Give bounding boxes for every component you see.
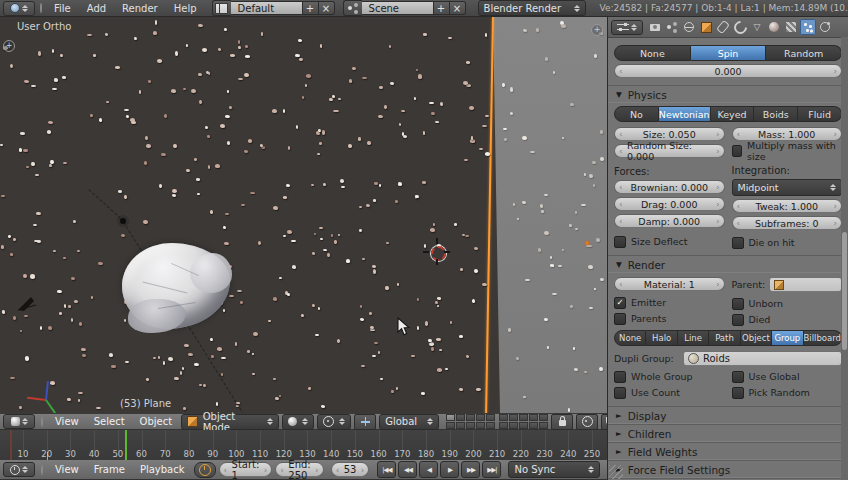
integrator-select[interactable]: Midpoint: [732, 179, 843, 196]
dupli-group-field[interactable]: Roids: [683, 351, 842, 366]
physics-newtonian-button[interactable]: Newtonian: [659, 106, 711, 122]
frame-end-field[interactable]: End: 250: [275, 462, 323, 477]
angular-velocity-slider[interactable]: 0.000: [614, 64, 842, 78]
tab-physics[interactable]: [817, 19, 833, 35]
tab-data[interactable]: ▽: [749, 19, 765, 35]
current-frame-field[interactable]: 53: [331, 462, 370, 477]
render-line-button[interactable]: Line: [678, 330, 709, 346]
layer-9[interactable]: [529, 414, 538, 421]
field-weights-panel-header[interactable]: ►Field Weights: [608, 442, 848, 460]
menu-tl-playback[interactable]: Playback: [134, 464, 191, 475]
damp-slider[interactable]: Damp: 0.000: [614, 214, 725, 228]
shading-select[interactable]: [282, 414, 314, 430]
render-path-button[interactable]: Path: [709, 330, 740, 346]
toolshelf-expand-button[interactable]: +: [3, 40, 15, 52]
editor-type-button[interactable]: [3, 1, 35, 16]
render-halo-button[interactable]: Halo: [646, 330, 677, 346]
sync-mode-select[interactable]: No Sync: [508, 461, 600, 478]
scene-add-button[interactable]: +: [434, 1, 450, 15]
drag-slider[interactable]: Drag: 0.000: [614, 197, 725, 211]
layer-20[interactable]: [539, 422, 548, 429]
viewport-canvas[interactable]: User Ortho (53) Plane + +: [0, 17, 607, 413]
display-panel-header[interactable]: ►Display: [608, 406, 848, 424]
proportional-edit-toggle[interactable]: [576, 414, 598, 430]
properties-editor-type-button[interactable]: [611, 20, 643, 35]
sidebar-expand-button[interactable]: +: [591, 24, 603, 36]
screen-layout-add-button[interactable]: +: [303, 1, 319, 15]
menu-view[interactable]: View: [49, 416, 85, 427]
render-none-button[interactable]: None: [614, 330, 646, 346]
lamp-dot[interactable]: [585, 241, 589, 245]
render-panel-header[interactable]: ▼ Render: [608, 255, 848, 273]
tab-particles[interactable]: [800, 19, 816, 35]
tab-object[interactable]: [698, 19, 714, 35]
jump-to-end-button[interactable]: ▶▶|: [482, 461, 501, 478]
tab-material[interactable]: [766, 19, 782, 35]
menu-tl-frame[interactable]: Frame: [88, 464, 131, 475]
layer-17[interactable]: [509, 422, 518, 429]
whole-group-checkbox[interactable]: [614, 371, 626, 383]
physics-panel-header[interactable]: ▼ Physics: [608, 85, 848, 103]
layer-14[interactable]: [476, 422, 485, 429]
parent-field[interactable]: [769, 277, 842, 292]
material-slider[interactable]: Material: 1: [614, 277, 725, 291]
layer-13[interactable]: [466, 422, 475, 429]
menu-object[interactable]: Object: [134, 416, 179, 427]
pick-random-checkbox[interactable]: [732, 387, 744, 399]
died-checkbox[interactable]: [732, 314, 744, 326]
screen-layout-field[interactable]: Default: [231, 1, 303, 15]
render-group-button[interactable]: Group: [772, 330, 803, 346]
layer-11[interactable]: [446, 422, 455, 429]
physics-fluid-button[interactable]: Fluid: [798, 106, 842, 122]
layer-2[interactable]: [456, 414, 465, 421]
menu-tl-view[interactable]: View: [49, 464, 85, 475]
random-size-slider[interactable]: Random Size: 0.000: [614, 144, 725, 158]
timeline-ruler[interactable]: 1020304050607080901001101201301401501601…: [0, 430, 607, 461]
layer-4[interactable]: [476, 414, 485, 421]
rotation-none-button[interactable]: None: [614, 45, 691, 61]
emitter-checkbox[interactable]: ✓: [614, 297, 626, 309]
scene-browse-button[interactable]: [343, 0, 362, 16]
render-billboard-button[interactable]: Billboard: [804, 330, 842, 346]
physics-boids-button[interactable]: Boids: [754, 106, 798, 122]
layer-19[interactable]: [529, 422, 538, 429]
die-on-hit-checkbox[interactable]: [732, 237, 744, 249]
physics-keyed-button[interactable]: Keyed: [711, 106, 755, 122]
scene-field[interactable]: Scene: [362, 1, 434, 15]
viewport-editor-type-button[interactable]: [3, 414, 35, 429]
previous-keyframe-button[interactable]: ◀◀: [398, 461, 417, 478]
tab-constraints[interactable]: [715, 19, 731, 35]
menu-add[interactable]: Add: [80, 3, 113, 14]
menu-select[interactable]: Select: [88, 416, 131, 427]
multiply-mass-checkbox[interactable]: [732, 145, 743, 157]
header-collapse-button[interactable]: [40, 3, 42, 13]
layer-15[interactable]: [486, 422, 495, 429]
frame-start-field[interactable]: Start: 1: [219, 462, 273, 477]
lock-to-scene-toggle[interactable]: [551, 414, 573, 430]
size-deflect-checkbox[interactable]: [614, 236, 626, 248]
force-field-settings-panel-header[interactable]: ►Force Field Settings: [608, 460, 848, 478]
menu-help[interactable]: Help: [167, 3, 204, 14]
viewport-header-collapse-button[interactable]: [41, 417, 43, 427]
mode-select[interactable]: Object Mode: [181, 414, 279, 430]
emitter-plane[interactable]: [488, 17, 607, 413]
layer-16[interactable]: [499, 422, 508, 429]
panel-resize-grip[interactable]: [609, 465, 623, 479]
empty-arrow-object[interactable]: [16, 295, 38, 313]
scene-delete-button[interactable]: ×: [450, 1, 466, 15]
layer-7[interactable]: [509, 414, 518, 421]
layer-18[interactable]: [519, 422, 528, 429]
tab-render[interactable]: [647, 19, 663, 35]
tab-texture[interactable]: [783, 19, 799, 35]
render-engine-select[interactable]: Blender Render: [478, 0, 586, 16]
rotation-spin-button[interactable]: Spin: [691, 45, 767, 61]
manipulator-toggle[interactable]: [354, 414, 376, 430]
layer-8[interactable]: [519, 414, 528, 421]
parents-checkbox[interactable]: [614, 313, 626, 325]
layer-10[interactable]: [539, 414, 548, 421]
rotation-random-button[interactable]: Random: [766, 45, 842, 61]
tab-scene[interactable]: [664, 19, 680, 35]
screen-layout-browse-button[interactable]: [212, 0, 231, 16]
orientation-select[interactable]: Global: [379, 414, 439, 430]
asteroid-mesh[interactable]: [118, 239, 238, 335]
